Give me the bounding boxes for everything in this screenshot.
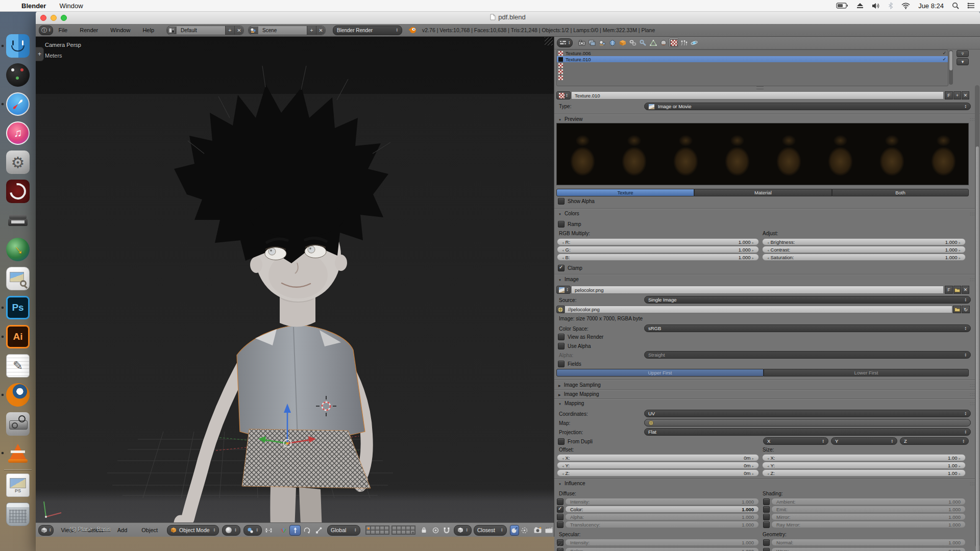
delete-layout-button[interactable]: ✕: [234, 26, 243, 35]
scene-statistics: v2.76 | Verts:10,768 | Faces:10,638 | Tr…: [422, 27, 655, 33]
illustrator-running-dot: [2, 336, 4, 338]
dock-textedit-icon[interactable]: ✎: [6, 354, 30, 378]
document-icon: [490, 14, 496, 20]
battery-icon[interactable]: [836, 3, 848, 9]
vlc-running-dot: [2, 452, 4, 454]
render-engine-name: Blender Render: [337, 28, 393, 33]
dock-divider: [4, 469, 32, 470]
dock-media-app-icon[interactable]: [6, 180, 30, 203]
notification-center-icon[interactable]: [967, 3, 975, 9]
dock-printer-icon[interactable]: [6, 209, 30, 232]
screen-layout-icon: [167, 27, 177, 34]
info-header: ⓘ ▲ ▼ File Render Window Help Default + …: [36, 24, 980, 37]
editor-type-selector-info[interactable]: ⓘ ▲ ▼: [39, 26, 53, 35]
info-editor-icon: ⓘ: [41, 27, 47, 34]
menu-file[interactable]: File: [58, 27, 67, 33]
dock-photoshop-file-icon[interactable]: PS: [6, 473, 30, 497]
add-scene-button[interactable]: +: [307, 26, 316, 35]
blender-running-dot: [2, 394, 4, 396]
dock-safari-icon[interactable]: [6, 92, 30, 116]
scene-selector[interactable]: Scene + ✕: [248, 26, 326, 35]
dock-system-preferences-icon[interactable]: ⚙: [6, 151, 30, 174]
dock-photoshop-icon[interactable]: Ps: [6, 296, 30, 319]
dock-itunes-icon[interactable]: ♫: [6, 121, 30, 145]
scene-name: Scene: [258, 28, 307, 33]
dock-blender-icon[interactable]: [6, 383, 30, 407]
app-menu-blender[interactable]: Blender: [21, 2, 46, 10]
dock-dashboard-icon[interactable]: [6, 63, 30, 87]
window-titlebar[interactable]: pdf.blend: [36, 11, 980, 24]
chevron-updown-icon: ▲ ▼: [396, 28, 398, 32]
scene-icon: [249, 27, 258, 34]
dock-disk-utility-icon[interactable]: [6, 412, 30, 436]
menu-render[interactable]: Render: [80, 27, 98, 33]
bluetooth-icon[interactable]: [888, 2, 893, 9]
window-title: pdf.blend: [36, 13, 980, 21]
spotlight-search-icon[interactable]: [952, 2, 959, 9]
blender-window: [36, 11, 980, 551]
wifi-icon[interactable]: [901, 3, 910, 9]
chevron-updown-icon: ▲ ▼: [48, 28, 51, 32]
dock-trash-icon[interactable]: [6, 503, 30, 526]
eject-icon[interactable]: [856, 3, 864, 9]
dock-illustrator-icon[interactable]: Ai: [6, 325, 30, 348]
add-layout-button[interactable]: +: [225, 26, 234, 35]
macos-dock: ♫ ⚙ ↓: [0, 11, 36, 551]
macos-menubar: Blender Window Jue 8:24: [0, 0, 980, 12]
desktop: Blender Window Jue 8:24: [0, 0, 980, 551]
delete-scene-button[interactable]: ✕: [316, 26, 325, 35]
dock-vlc-icon[interactable]: [6, 441, 30, 465]
volume-icon[interactable]: [872, 3, 880, 9]
blender-logo-icon: [408, 27, 417, 34]
menubar-clock[interactable]: Jue 8:24: [918, 2, 944, 10]
app-menu-window[interactable]: Window: [59, 2, 83, 10]
menu-window[interactable]: Window: [110, 27, 130, 33]
menu-help[interactable]: Help: [142, 27, 154, 33]
dock-preview-icon[interactable]: [6, 267, 30, 290]
dock-finder-icon[interactable]: [6, 34, 30, 58]
screen-layout-selector[interactable]: Default + ✕: [166, 26, 244, 35]
finder-running-dot: [2, 45, 4, 47]
render-engine-selector[interactable]: Blender Render ▲ ▼: [333, 26, 402, 35]
photoshop-running-dot: [2, 307, 4, 309]
safari-running-dot: [2, 103, 4, 105]
screen-layout-name: Default: [177, 28, 225, 33]
dock-downloader-icon[interactable]: ↓: [6, 238, 30, 261]
